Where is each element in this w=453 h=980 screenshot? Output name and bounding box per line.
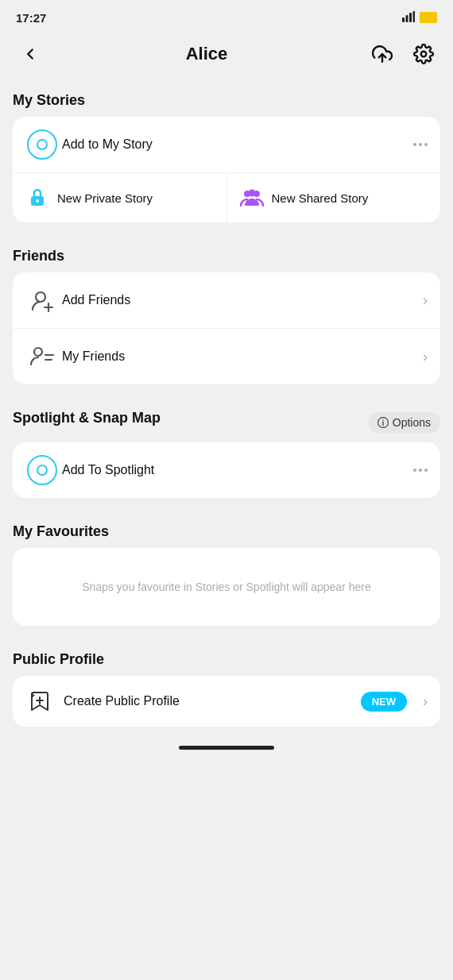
spotlight-camera-inner [37, 465, 48, 476]
status-bar: 17:27 [0, 0, 453, 32]
my-friends-item[interactable]: My Friends › [13, 328, 440, 384]
create-public-profile-label: Create Public Profile [64, 694, 351, 708]
add-friends-label: Add Friends [62, 293, 423, 307]
add-friends-item[interactable]: Add Friends › [13, 272, 440, 328]
header: Alice [0, 32, 453, 79]
new-shared-story-item[interactable]: New Shared Story [226, 173, 441, 222]
svg-rect-1 [406, 15, 408, 22]
settings-button[interactable] [408, 39, 439, 69]
spotlight-camera-circle [27, 455, 57, 485]
public-profile-title: Public Profile [13, 651, 440, 668]
public-profile-section: Public Profile + Create Public Profile N… [0, 639, 453, 739]
friends-card: Add Friends › My Friends › [13, 272, 440, 384]
header-actions [367, 39, 439, 69]
people-icon [238, 184, 265, 211]
back-button[interactable] [14, 38, 46, 70]
svg-point-10 [248, 190, 255, 197]
add-to-spotlight-label: Add To Spotlight [62, 463, 413, 477]
new-private-story-item[interactable]: New Private Story [13, 173, 226, 222]
lock-icon [24, 184, 51, 211]
friends-section: Friends Add Friends › [0, 235, 453, 397]
my-favourites-title: My Favourites [13, 523, 440, 540]
sdot-3 [424, 469, 428, 472]
my-friends-icon [25, 340, 59, 373]
my-stories-card: Add to My Story New Private Story [13, 117, 440, 222]
my-favourites-section: My Favourites Snaps you favourite in Sto… [0, 511, 453, 639]
add-to-spotlight-item[interactable]: Add To Spotlight [13, 442, 440, 498]
svg-point-11 [36, 292, 45, 302]
add-to-my-story-label: Add to My Story [62, 137, 413, 152]
options-button[interactable]: Options [368, 412, 440, 433]
add-friends-icon [25, 284, 59, 317]
new-shared-story-label: New Shared Story [272, 191, 369, 205]
friends-title: Friends [13, 248, 440, 264]
svg-text:+: + [31, 692, 35, 700]
upload-button[interactable] [367, 39, 397, 69]
spotlight-camera-icon [25, 453, 59, 487]
status-icons [402, 11, 437, 25]
svg-point-7 [36, 199, 39, 203]
sdot-2 [419, 469, 422, 472]
info-icon [378, 417, 389, 428]
favourites-empty-text: Snaps you favourite in Stories or Spotli… [82, 581, 370, 593]
favourites-empty-card: Snaps you favourite in Stories or Spotli… [13, 548, 440, 626]
dot-1 [413, 143, 416, 146]
home-indicator [0, 739, 453, 753]
spotlight-section: Spotlight & Snap Map Options Add To Spot… [0, 397, 453, 511]
svg-rect-0 [402, 17, 405, 22]
my-stories-section: My Stories Add to My Story [0, 79, 453, 235]
spotlight-more-options-icon[interactable] [413, 469, 428, 472]
more-options-icon[interactable] [413, 143, 428, 146]
new-private-story-label: New Private Story [57, 191, 153, 205]
svg-rect-2 [409, 13, 412, 22]
battery-status-icon [420, 12, 437, 23]
spotlight-card: Add To Spotlight [13, 442, 440, 498]
snap-camera-inner-circle [37, 139, 48, 150]
signal-icon [402, 11, 415, 25]
home-bar [179, 746, 274, 750]
dot-3 [424, 143, 428, 146]
create-public-profile-item[interactable]: + Create Public Profile NEW › [13, 676, 440, 727]
my-friends-chevron: › [423, 349, 428, 365]
my-friends-label: My Friends [62, 349, 423, 364]
page-title: Alice [186, 44, 228, 64]
options-label: Options [393, 416, 431, 429]
spotlight-header-row: Spotlight & Snap Map Options [13, 410, 440, 434]
my-stories-title: My Stories [13, 92, 440, 109]
add-to-my-story-item[interactable]: Add to My Story [13, 117, 440, 172]
sdot-1 [413, 469, 416, 472]
add-friends-chevron: › [423, 292, 428, 309]
story-split-row: New Private Story New [13, 172, 440, 222]
public-profile-card: + Create Public Profile NEW › [13, 676, 440, 727]
spotlight-title: Spotlight & Snap Map [13, 410, 161, 426]
new-badge: NEW [361, 692, 407, 712]
public-profile-chevron: › [423, 693, 428, 710]
status-time: 17:27 [16, 11, 46, 25]
snap-camera-circle [27, 129, 57, 160]
camera-icon [25, 128, 59, 161]
svg-point-19 [382, 419, 384, 421]
dot-2 [419, 143, 422, 146]
svg-point-5 [421, 52, 427, 57]
svg-rect-3 [413, 11, 416, 22]
svg-point-14 [34, 348, 42, 356]
bookmark-plus-icon: + [25, 687, 54, 716]
